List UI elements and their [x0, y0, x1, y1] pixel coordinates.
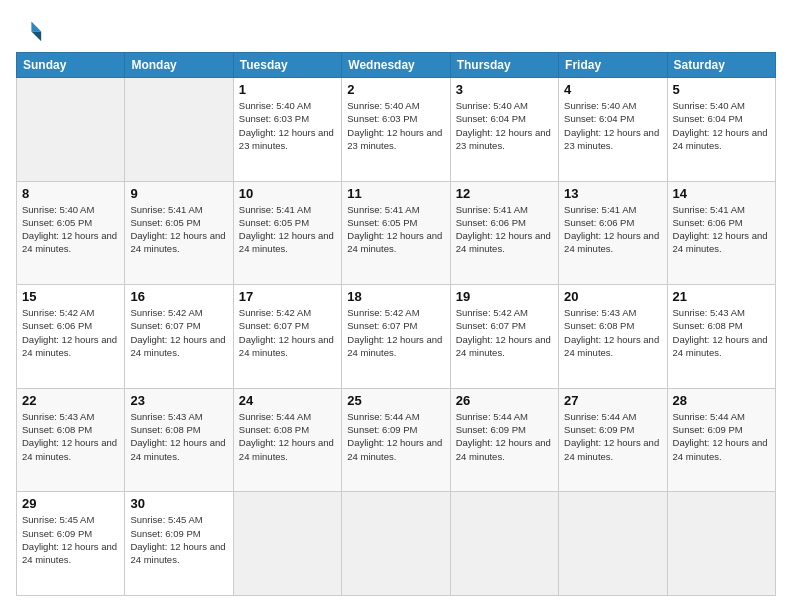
weekday-header-wednesday: Wednesday: [342, 53, 450, 78]
cell-sun-info: Sunrise: 5:44 AMSunset: 6:08 PMDaylight:…: [239, 410, 336, 463]
cell-sun-info: Sunrise: 5:41 AMSunset: 6:06 PMDaylight:…: [673, 203, 770, 256]
cell-day-number: 28: [673, 393, 770, 408]
cell-sun-info: Sunrise: 5:43 AMSunset: 6:08 PMDaylight:…: [130, 410, 227, 463]
cell-day-number: 30: [130, 496, 227, 511]
calendar-cell: 21Sunrise: 5:43 AMSunset: 6:08 PMDayligh…: [667, 285, 775, 389]
cell-sun-info: Sunrise: 5:45 AMSunset: 6:09 PMDaylight:…: [22, 513, 119, 566]
logo: [16, 16, 48, 44]
weekday-header-row: SundayMondayTuesdayWednesdayThursdayFrid…: [17, 53, 776, 78]
cell-sun-info: Sunrise: 5:42 AMSunset: 6:06 PMDaylight:…: [22, 306, 119, 359]
calendar-cell: 15Sunrise: 5:42 AMSunset: 6:06 PMDayligh…: [17, 285, 125, 389]
logo-icon: [16, 16, 44, 44]
cell-day-number: 29: [22, 496, 119, 511]
calendar-cell: [342, 492, 450, 596]
svg-marker-0: [31, 22, 41, 32]
cell-sun-info: Sunrise: 5:43 AMSunset: 6:08 PMDaylight:…: [22, 410, 119, 463]
calendar-week-row: 29Sunrise: 5:45 AMSunset: 6:09 PMDayligh…: [17, 492, 776, 596]
cell-day-number: 14: [673, 186, 770, 201]
cell-sun-info: Sunrise: 5:40 AMSunset: 6:03 PMDaylight:…: [347, 99, 444, 152]
cell-day-number: 8: [22, 186, 119, 201]
cell-sun-info: Sunrise: 5:40 AMSunset: 6:04 PMDaylight:…: [564, 99, 661, 152]
calendar-cell: 13Sunrise: 5:41 AMSunset: 6:06 PMDayligh…: [559, 181, 667, 285]
calendar-week-row: 22Sunrise: 5:43 AMSunset: 6:08 PMDayligh…: [17, 388, 776, 492]
cell-day-number: 24: [239, 393, 336, 408]
cell-day-number: 20: [564, 289, 661, 304]
cell-day-number: 16: [130, 289, 227, 304]
calendar-cell: 28Sunrise: 5:44 AMSunset: 6:09 PMDayligh…: [667, 388, 775, 492]
weekday-header-friday: Friday: [559, 53, 667, 78]
calendar-cell: 25Sunrise: 5:44 AMSunset: 6:09 PMDayligh…: [342, 388, 450, 492]
cell-sun-info: Sunrise: 5:44 AMSunset: 6:09 PMDaylight:…: [456, 410, 553, 463]
cell-sun-info: Sunrise: 5:40 AMSunset: 6:04 PMDaylight:…: [456, 99, 553, 152]
cell-sun-info: Sunrise: 5:44 AMSunset: 6:09 PMDaylight:…: [564, 410, 661, 463]
calendar-cell: 4Sunrise: 5:40 AMSunset: 6:04 PMDaylight…: [559, 78, 667, 182]
cell-day-number: 11: [347, 186, 444, 201]
calendar-table: SundayMondayTuesdayWednesdayThursdayFrid…: [16, 52, 776, 596]
weekday-header-tuesday: Tuesday: [233, 53, 341, 78]
cell-sun-info: Sunrise: 5:44 AMSunset: 6:09 PMDaylight:…: [673, 410, 770, 463]
calendar-cell: 3Sunrise: 5:40 AMSunset: 6:04 PMDaylight…: [450, 78, 558, 182]
cell-day-number: 18: [347, 289, 444, 304]
calendar-cell: 2Sunrise: 5:40 AMSunset: 6:03 PMDaylight…: [342, 78, 450, 182]
cell-day-number: 23: [130, 393, 227, 408]
calendar-week-row: 1Sunrise: 5:40 AMSunset: 6:03 PMDaylight…: [17, 78, 776, 182]
cell-sun-info: Sunrise: 5:43 AMSunset: 6:08 PMDaylight:…: [673, 306, 770, 359]
cell-sun-info: Sunrise: 5:45 AMSunset: 6:09 PMDaylight:…: [130, 513, 227, 566]
cell-sun-info: Sunrise: 5:42 AMSunset: 6:07 PMDaylight:…: [130, 306, 227, 359]
calendar-cell: [667, 492, 775, 596]
calendar-cell: 27Sunrise: 5:44 AMSunset: 6:09 PMDayligh…: [559, 388, 667, 492]
cell-day-number: 15: [22, 289, 119, 304]
calendar-cell: 19Sunrise: 5:42 AMSunset: 6:07 PMDayligh…: [450, 285, 558, 389]
calendar-cell: [125, 78, 233, 182]
cell-day-number: 9: [130, 186, 227, 201]
cell-sun-info: Sunrise: 5:43 AMSunset: 6:08 PMDaylight:…: [564, 306, 661, 359]
calendar-cell: 8Sunrise: 5:40 AMSunset: 6:05 PMDaylight…: [17, 181, 125, 285]
cell-sun-info: Sunrise: 5:40 AMSunset: 6:04 PMDaylight:…: [673, 99, 770, 152]
cell-day-number: 21: [673, 289, 770, 304]
calendar-cell: 10Sunrise: 5:41 AMSunset: 6:05 PMDayligh…: [233, 181, 341, 285]
calendar-cell: 20Sunrise: 5:43 AMSunset: 6:08 PMDayligh…: [559, 285, 667, 389]
calendar-cell: 22Sunrise: 5:43 AMSunset: 6:08 PMDayligh…: [17, 388, 125, 492]
weekday-header-monday: Monday: [125, 53, 233, 78]
cell-sun-info: Sunrise: 5:41 AMSunset: 6:05 PMDaylight:…: [130, 203, 227, 256]
calendar-cell: 30Sunrise: 5:45 AMSunset: 6:09 PMDayligh…: [125, 492, 233, 596]
cell-day-number: 4: [564, 82, 661, 97]
cell-sun-info: Sunrise: 5:41 AMSunset: 6:06 PMDaylight:…: [564, 203, 661, 256]
calendar-cell: [233, 492, 341, 596]
calendar-week-row: 8Sunrise: 5:40 AMSunset: 6:05 PMDaylight…: [17, 181, 776, 285]
cell-sun-info: Sunrise: 5:44 AMSunset: 6:09 PMDaylight:…: [347, 410, 444, 463]
calendar-cell: [17, 78, 125, 182]
calendar-cell: [559, 492, 667, 596]
cell-day-number: 26: [456, 393, 553, 408]
calendar-cell: 26Sunrise: 5:44 AMSunset: 6:09 PMDayligh…: [450, 388, 558, 492]
cell-day-number: 25: [347, 393, 444, 408]
cell-day-number: 17: [239, 289, 336, 304]
calendar-cell: 11Sunrise: 5:41 AMSunset: 6:05 PMDayligh…: [342, 181, 450, 285]
cell-sun-info: Sunrise: 5:42 AMSunset: 6:07 PMDaylight:…: [347, 306, 444, 359]
calendar-cell: 9Sunrise: 5:41 AMSunset: 6:05 PMDaylight…: [125, 181, 233, 285]
calendar-cell: 24Sunrise: 5:44 AMSunset: 6:08 PMDayligh…: [233, 388, 341, 492]
cell-sun-info: Sunrise: 5:42 AMSunset: 6:07 PMDaylight:…: [239, 306, 336, 359]
cell-day-number: 19: [456, 289, 553, 304]
cell-day-number: 27: [564, 393, 661, 408]
cell-day-number: 12: [456, 186, 553, 201]
calendar-cell: 18Sunrise: 5:42 AMSunset: 6:07 PMDayligh…: [342, 285, 450, 389]
header: [16, 16, 776, 44]
cell-day-number: 1: [239, 82, 336, 97]
calendar-cell: 17Sunrise: 5:42 AMSunset: 6:07 PMDayligh…: [233, 285, 341, 389]
calendar-cell: 5Sunrise: 5:40 AMSunset: 6:04 PMDaylight…: [667, 78, 775, 182]
cell-day-number: 3: [456, 82, 553, 97]
weekday-header-sunday: Sunday: [17, 53, 125, 78]
calendar-cell: [450, 492, 558, 596]
calendar-cell: 14Sunrise: 5:41 AMSunset: 6:06 PMDayligh…: [667, 181, 775, 285]
weekday-header-thursday: Thursday: [450, 53, 558, 78]
svg-marker-1: [31, 31, 41, 41]
calendar-body: 1Sunrise: 5:40 AMSunset: 6:03 PMDaylight…: [17, 78, 776, 596]
cell-day-number: 5: [673, 82, 770, 97]
cell-sun-info: Sunrise: 5:41 AMSunset: 6:06 PMDaylight:…: [456, 203, 553, 256]
calendar-cell: 29Sunrise: 5:45 AMSunset: 6:09 PMDayligh…: [17, 492, 125, 596]
calendar-week-row: 15Sunrise: 5:42 AMSunset: 6:06 PMDayligh…: [17, 285, 776, 389]
calendar-cell: 1Sunrise: 5:40 AMSunset: 6:03 PMDaylight…: [233, 78, 341, 182]
cell-sun-info: Sunrise: 5:41 AMSunset: 6:05 PMDaylight:…: [347, 203, 444, 256]
cell-day-number: 10: [239, 186, 336, 201]
